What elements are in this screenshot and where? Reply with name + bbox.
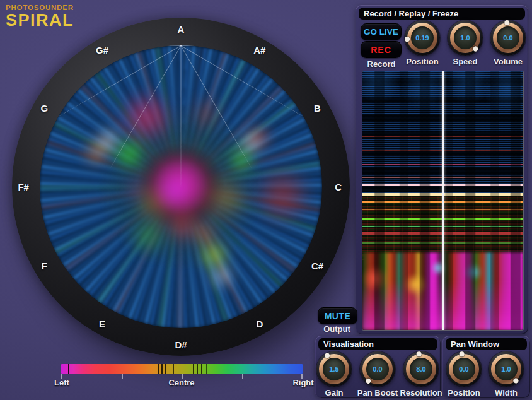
note-label-d-sharp: D# — [175, 339, 187, 350]
pan-boost-knob[interactable]: 0.0 — [360, 351, 395, 387]
speed-knob[interactable]: 1.0 — [448, 20, 483, 56]
knob-indicator-dot — [324, 352, 331, 359]
position-knob-unit: 0.19 Position — [400, 20, 445, 66]
note-label-a: A — [178, 24, 185, 35]
note-label-g: G — [41, 103, 49, 114]
knob-indicator-dot — [472, 45, 479, 52]
record-caption: Record — [357, 59, 406, 69]
app-window: PHOTOSOUNDER SPIRAL A A# B C C# D D# E F… — [0, 0, 532, 400]
position-knob[interactable]: 0.19 — [405, 20, 440, 56]
knob-indicator-dot — [416, 351, 422, 357]
knob-indicator-dot — [512, 377, 519, 384]
note-label-a-sharp: A# — [253, 45, 265, 56]
legend-label-centre: Centre — [168, 378, 194, 387]
spectrogram-display[interactable] — [362, 71, 524, 331]
pan-width-knob[interactable]: 1.0 — [489, 351, 524, 387]
knob-indicator-dot — [405, 37, 410, 42]
knob-indicator-dot — [365, 377, 372, 384]
resolution-knob-unit: 8.0 Resolution — [398, 351, 444, 397]
pan-window-panel: Pan Window 0.0 Position 1.0 Width — [442, 336, 530, 398]
knob-indicator-dot — [504, 20, 510, 26]
pan-window-panel-title: Pan Window — [446, 338, 527, 350]
mute-button[interactable]: MUTE — [318, 307, 357, 324]
brand-name-text: SPIRAL — [6, 11, 74, 29]
playhead — [442, 71, 444, 330]
gain-knob[interactable]: 1.5 — [316, 351, 352, 387]
note-label-g-sharp: G# — [96, 45, 108, 56]
note-label-c-sharp: C# — [311, 260, 323, 271]
output-caption: Output — [318, 324, 356, 334]
legend-label-right: Right — [292, 378, 313, 387]
legend-tick — [242, 374, 243, 379]
volume-knob-unit: 0.0 Volume — [485, 20, 531, 66]
note-label-f-sharp: F# — [18, 182, 29, 192]
position-knob-label: Position — [406, 57, 438, 66]
record-panel-title: Record / Replay / Freeze — [359, 8, 525, 20]
pan-boost-knob-unit: 0.0 Pan Boost — [355, 351, 400, 397]
note-label-e: E — [99, 318, 105, 329]
gain-knob-unit: 1.5 Gain — [311, 351, 357, 397]
resolution-knob-label: Resolution — [400, 388, 442, 397]
volume-knob-label: Volume — [494, 57, 523, 66]
pan-position-knob-label: Position — [448, 388, 480, 397]
legend-tick — [122, 374, 123, 379]
visualisation-panel: Visualisation 1.5 Gain 0.0 Pan Boost 8.0 — [315, 336, 441, 398]
volume-knob[interactable]: 0.0 — [490, 20, 526, 56]
note-label-c: C — [335, 182, 342, 192]
pan-position-knob-unit: 0.0 Position — [441, 351, 487, 397]
brand-logo: PHOTOSOUNDER SPIRAL — [6, 4, 74, 29]
resolution-knob[interactable]: 8.0 — [403, 351, 439, 387]
pan-width-knob-unit: 1.0 Width — [483, 351, 529, 397]
rec-button[interactable]: REC — [361, 41, 402, 58]
spiral-wheel: A A# B C C# D D# E F F# G G# — [12, 18, 350, 356]
legend-label-left: Left — [54, 378, 69, 387]
note-label-f: F — [42, 260, 47, 271]
spiral-visualizer — [40, 45, 322, 328]
record-panel: Record / Replay / Freeze GO LIVE REC Rec… — [356, 5, 528, 334]
pan-legend-bar — [61, 364, 303, 374]
note-label-b: B — [314, 103, 321, 114]
knob-indicator-dot — [459, 351, 465, 357]
pan-position-knob[interactable]: 0.0 — [446, 351, 482, 387]
go-live-button[interactable]: GO LIVE — [361, 23, 402, 40]
note-label-d: D — [256, 318, 263, 329]
speed-knob-unit: 1.0 Speed — [442, 20, 488, 66]
